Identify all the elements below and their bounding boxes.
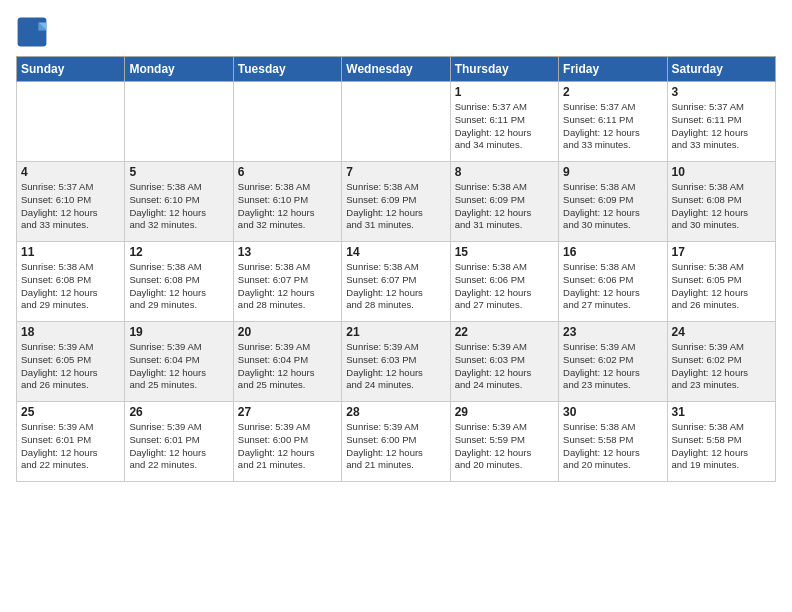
day-info: Sunrise: 5:38 AM Sunset: 6:10 PM Dayligh… xyxy=(129,181,228,232)
calendar-cell: 15Sunrise: 5:38 AM Sunset: 6:06 PM Dayli… xyxy=(450,242,558,322)
day-number: 17 xyxy=(672,245,771,259)
day-number: 29 xyxy=(455,405,554,419)
day-number: 24 xyxy=(672,325,771,339)
day-number: 22 xyxy=(455,325,554,339)
calendar-cell: 24Sunrise: 5:39 AM Sunset: 6:02 PM Dayli… xyxy=(667,322,775,402)
day-info: Sunrise: 5:39 AM Sunset: 6:01 PM Dayligh… xyxy=(21,421,120,472)
day-info: Sunrise: 5:39 AM Sunset: 6:00 PM Dayligh… xyxy=(238,421,337,472)
header-thursday: Thursday xyxy=(450,57,558,82)
calendar-cell: 17Sunrise: 5:38 AM Sunset: 6:05 PM Dayli… xyxy=(667,242,775,322)
calendar-cell: 23Sunrise: 5:39 AM Sunset: 6:02 PM Dayli… xyxy=(559,322,667,402)
calendar-cell: 2Sunrise: 5:37 AM Sunset: 6:11 PM Daylig… xyxy=(559,82,667,162)
calendar-cell: 27Sunrise: 5:39 AM Sunset: 6:00 PM Dayli… xyxy=(233,402,341,482)
day-number: 26 xyxy=(129,405,228,419)
day-info: Sunrise: 5:38 AM Sunset: 6:08 PM Dayligh… xyxy=(21,261,120,312)
day-number: 11 xyxy=(21,245,120,259)
calendar-cell: 30Sunrise: 5:38 AM Sunset: 5:58 PM Dayli… xyxy=(559,402,667,482)
day-info: Sunrise: 5:39 AM Sunset: 6:01 PM Dayligh… xyxy=(129,421,228,472)
calendar-cell: 19Sunrise: 5:39 AM Sunset: 6:04 PM Dayli… xyxy=(125,322,233,402)
day-info: Sunrise: 5:38 AM Sunset: 6:09 PM Dayligh… xyxy=(346,181,445,232)
day-info: Sunrise: 5:39 AM Sunset: 6:03 PM Dayligh… xyxy=(346,341,445,392)
day-number: 25 xyxy=(21,405,120,419)
logo xyxy=(16,16,52,48)
calendar-cell: 28Sunrise: 5:39 AM Sunset: 6:00 PM Dayli… xyxy=(342,402,450,482)
header-sunday: Sunday xyxy=(17,57,125,82)
day-number: 7 xyxy=(346,165,445,179)
day-number: 16 xyxy=(563,245,662,259)
calendar-cell: 8Sunrise: 5:38 AM Sunset: 6:09 PM Daylig… xyxy=(450,162,558,242)
day-number: 8 xyxy=(455,165,554,179)
day-info: Sunrise: 5:39 AM Sunset: 5:59 PM Dayligh… xyxy=(455,421,554,472)
calendar-cell: 31Sunrise: 5:38 AM Sunset: 5:58 PM Dayli… xyxy=(667,402,775,482)
day-number: 18 xyxy=(21,325,120,339)
day-number: 4 xyxy=(21,165,120,179)
calendar-cell: 11Sunrise: 5:38 AM Sunset: 6:08 PM Dayli… xyxy=(17,242,125,322)
day-number: 6 xyxy=(238,165,337,179)
day-number: 1 xyxy=(455,85,554,99)
day-number: 2 xyxy=(563,85,662,99)
day-number: 13 xyxy=(238,245,337,259)
day-info: Sunrise: 5:38 AM Sunset: 6:09 PM Dayligh… xyxy=(563,181,662,232)
day-info: Sunrise: 5:38 AM Sunset: 6:07 PM Dayligh… xyxy=(238,261,337,312)
calendar-cell: 9Sunrise: 5:38 AM Sunset: 6:09 PM Daylig… xyxy=(559,162,667,242)
calendar-cell: 29Sunrise: 5:39 AM Sunset: 5:59 PM Dayli… xyxy=(450,402,558,482)
calendar-cell: 4Sunrise: 5:37 AM Sunset: 6:10 PM Daylig… xyxy=(17,162,125,242)
calendar-cell: 21Sunrise: 5:39 AM Sunset: 6:03 PM Dayli… xyxy=(342,322,450,402)
day-number: 20 xyxy=(238,325,337,339)
day-info: Sunrise: 5:38 AM Sunset: 6:06 PM Dayligh… xyxy=(563,261,662,312)
day-number: 31 xyxy=(672,405,771,419)
calendar-cell: 26Sunrise: 5:39 AM Sunset: 6:01 PM Dayli… xyxy=(125,402,233,482)
calendar-cell: 22Sunrise: 5:39 AM Sunset: 6:03 PM Dayli… xyxy=(450,322,558,402)
day-number: 10 xyxy=(672,165,771,179)
day-info: Sunrise: 5:38 AM Sunset: 5:58 PM Dayligh… xyxy=(563,421,662,472)
day-number: 30 xyxy=(563,405,662,419)
day-info: Sunrise: 5:38 AM Sunset: 5:58 PM Dayligh… xyxy=(672,421,771,472)
day-info: Sunrise: 5:38 AM Sunset: 6:08 PM Dayligh… xyxy=(672,181,771,232)
day-number: 15 xyxy=(455,245,554,259)
calendar-cell xyxy=(17,82,125,162)
day-info: Sunrise: 5:38 AM Sunset: 6:05 PM Dayligh… xyxy=(672,261,771,312)
day-number: 27 xyxy=(238,405,337,419)
day-info: Sunrise: 5:37 AM Sunset: 6:11 PM Dayligh… xyxy=(672,101,771,152)
calendar-cell xyxy=(342,82,450,162)
day-number: 5 xyxy=(129,165,228,179)
calendar-cell: 7Sunrise: 5:38 AM Sunset: 6:09 PM Daylig… xyxy=(342,162,450,242)
day-info: Sunrise: 5:37 AM Sunset: 6:10 PM Dayligh… xyxy=(21,181,120,232)
day-info: Sunrise: 5:39 AM Sunset: 6:02 PM Dayligh… xyxy=(672,341,771,392)
header-saturday: Saturday xyxy=(667,57,775,82)
day-info: Sunrise: 5:39 AM Sunset: 6:04 PM Dayligh… xyxy=(129,341,228,392)
logo-icon xyxy=(16,16,48,48)
day-info: Sunrise: 5:38 AM Sunset: 6:07 PM Dayligh… xyxy=(346,261,445,312)
header-monday: Monday xyxy=(125,57,233,82)
calendar-cell xyxy=(125,82,233,162)
day-info: Sunrise: 5:39 AM Sunset: 6:03 PM Dayligh… xyxy=(455,341,554,392)
header-tuesday: Tuesday xyxy=(233,57,341,82)
calendar-cell: 5Sunrise: 5:38 AM Sunset: 6:10 PM Daylig… xyxy=(125,162,233,242)
day-info: Sunrise: 5:38 AM Sunset: 6:06 PM Dayligh… xyxy=(455,261,554,312)
day-number: 12 xyxy=(129,245,228,259)
calendar-cell: 13Sunrise: 5:38 AM Sunset: 6:07 PM Dayli… xyxy=(233,242,341,322)
calendar-cell: 14Sunrise: 5:38 AM Sunset: 6:07 PM Dayli… xyxy=(342,242,450,322)
day-number: 19 xyxy=(129,325,228,339)
calendar-table: SundayMondayTuesdayWednesdayThursdayFrid… xyxy=(16,56,776,482)
day-info: Sunrise: 5:39 AM Sunset: 6:05 PM Dayligh… xyxy=(21,341,120,392)
calendar-cell xyxy=(233,82,341,162)
header-friday: Friday xyxy=(559,57,667,82)
day-info: Sunrise: 5:37 AM Sunset: 6:11 PM Dayligh… xyxy=(563,101,662,152)
calendar-cell: 25Sunrise: 5:39 AM Sunset: 6:01 PM Dayli… xyxy=(17,402,125,482)
calendar-cell: 12Sunrise: 5:38 AM Sunset: 6:08 PM Dayli… xyxy=(125,242,233,322)
header-wednesday: Wednesday xyxy=(342,57,450,82)
calendar-cell: 18Sunrise: 5:39 AM Sunset: 6:05 PM Dayli… xyxy=(17,322,125,402)
day-info: Sunrise: 5:38 AM Sunset: 6:08 PM Dayligh… xyxy=(129,261,228,312)
day-number: 14 xyxy=(346,245,445,259)
calendar-cell: 1Sunrise: 5:37 AM Sunset: 6:11 PM Daylig… xyxy=(450,82,558,162)
day-info: Sunrise: 5:38 AM Sunset: 6:09 PM Dayligh… xyxy=(455,181,554,232)
calendar-cell: 20Sunrise: 5:39 AM Sunset: 6:04 PM Dayli… xyxy=(233,322,341,402)
day-info: Sunrise: 5:38 AM Sunset: 6:10 PM Dayligh… xyxy=(238,181,337,232)
calendar-cell: 10Sunrise: 5:38 AM Sunset: 6:08 PM Dayli… xyxy=(667,162,775,242)
calendar-cell: 3Sunrise: 5:37 AM Sunset: 6:11 PM Daylig… xyxy=(667,82,775,162)
day-number: 9 xyxy=(563,165,662,179)
calendar-cell: 6Sunrise: 5:38 AM Sunset: 6:10 PM Daylig… xyxy=(233,162,341,242)
day-number: 21 xyxy=(346,325,445,339)
day-info: Sunrise: 5:37 AM Sunset: 6:11 PM Dayligh… xyxy=(455,101,554,152)
